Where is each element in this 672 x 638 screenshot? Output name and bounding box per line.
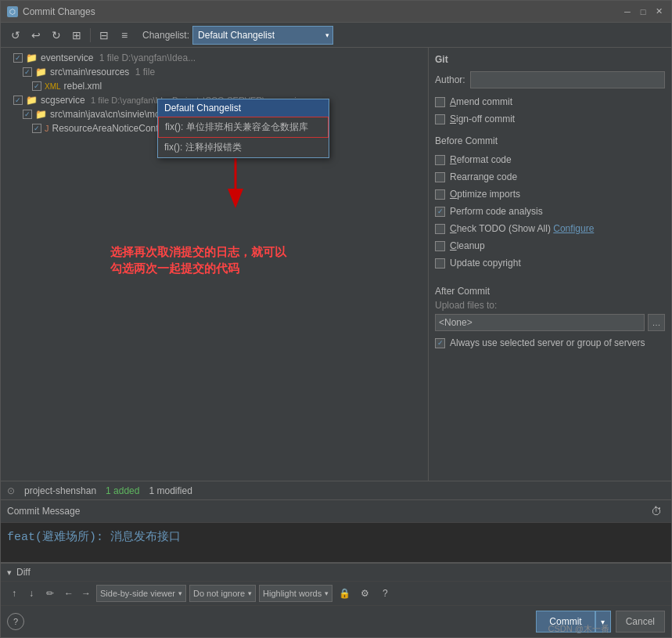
upload-options-button[interactable]: … (648, 314, 665, 331)
changelist-dropdown[interactable]: Default Changelist ▾ (192, 26, 333, 45)
diff-prev-button[interactable]: ← (62, 586, 76, 600)
dropdown-item-fix2[interactable]: fix(): 注释掉报错类 (158, 138, 329, 157)
commit-message-header: Commit Message ⏱ (1, 500, 671, 523)
author-input[interactable] (470, 71, 665, 88)
checkbox-controller-java[interactable]: ✓ (32, 124, 41, 133)
checkbox-controller[interactable]: ✓ (23, 110, 32, 119)
cleanup-checkbox[interactable] (435, 241, 445, 251)
highlight-label: Highlight words (263, 589, 322, 598)
bottom-area: ⊙ project-shenshan 1 added 1 modified Co… (1, 481, 671, 637)
diff-help-button[interactable]: ? (376, 585, 393, 602)
folder-icon-resources: 📁 (35, 67, 47, 77)
cleanup-row: Cleanup (435, 239, 665, 253)
checkbox-eventservice[interactable]: ✓ (13, 53, 23, 63)
redo-button[interactable]: ↻ (48, 27, 65, 44)
changelist-dropdown-menu: Default Changelist fix(): 单位排班相关兼容金仓数据库 … (157, 99, 329, 158)
app-icon: ⬡ (7, 6, 18, 17)
cancel-button[interactable]: Cancel (616, 611, 665, 633)
tree-label-eventservice: eventservice 1 file D:\yangfan\Idea... (41, 52, 196, 63)
copyright-row: Update copyright (435, 256, 665, 270)
checkbox-rebel-xml[interactable]: ✓ (32, 81, 41, 91)
diff-next-button[interactable]: → (79, 586, 93, 600)
diff-settings-button[interactable]: ⚙ (356, 585, 373, 602)
ignore-label: Do not ignore (193, 589, 245, 598)
commit-message-history-button[interactable]: ⏱ (648, 503, 665, 520)
rearrange-row: Rearrange code (435, 170, 665, 184)
optimize-row: Optimize imports (435, 187, 665, 201)
checktodo-checkbox[interactable] (435, 224, 445, 234)
diff-edit-button[interactable]: ✏ (41, 585, 59, 602)
commit-button[interactable]: Commit (536, 611, 595, 633)
status-bar: ⊙ project-shenshan 1 added 1 modified (1, 481, 671, 500)
highlight-dropdown[interactable]: Highlight words ▾ (259, 585, 332, 602)
analyze-checkbox[interactable]: ✓ (435, 207, 445, 217)
close-button[interactable]: ✕ (652, 5, 665, 18)
title-bar-left: ⬡ Commit Changes (7, 6, 95, 17)
refresh-button[interactable]: ↺ (7, 27, 24, 44)
author-label: Author: (435, 74, 465, 85)
folder-icon-controller: 📁 (35, 109, 47, 120)
commit-message-area[interactable]: feat(避难场所): 消息发布接口 (1, 523, 671, 562)
diff-collapse-icon[interactable]: ▾ (7, 568, 12, 578)
amend-commit-label: Amend commit (450, 96, 512, 107)
amend-commit-row: Amend commit (435, 95, 665, 109)
amend-commit-checkbox[interactable] (435, 97, 445, 107)
upload-select[interactable]: <None> (435, 314, 645, 331)
upload-label: Upload files to: (435, 300, 665, 311)
reformat-checkbox[interactable] (435, 155, 445, 165)
commit-button-group: Commit ▾ (536, 611, 610, 633)
commit-dropdown-button[interactable]: ▾ (595, 611, 611, 633)
minimize-button[interactable]: ─ (621, 5, 634, 18)
ignore-dropdown[interactable]: Do not ignore ▾ (189, 585, 256, 602)
checktodo-label: Check TODO (Show All) Configure (450, 223, 594, 234)
diff-section: ▾ Diff ↑ ↓ ✏ ← → Side-by-side viewer ▾ D… (1, 563, 671, 606)
author-row: Author: (435, 71, 665, 88)
optimize-label: Optimize imports (450, 189, 520, 200)
annotation-line1: 选择再次取消提交的日志，就可以 (110, 243, 286, 260)
copyright-checkbox[interactable] (435, 258, 445, 269)
commit-message-text: feat(避难场所): 消息发布接口 (7, 531, 181, 544)
optimize-checkbox[interactable] (435, 189, 445, 200)
signoff-commit-checkbox[interactable] (435, 114, 445, 124)
checkbox-resources[interactable]: ✓ (23, 67, 32, 77)
reformat-row: Reformat code (435, 153, 665, 167)
always-use-checkbox[interactable]: ✓ (435, 338, 445, 348)
main-content: ✓ 📁 eventservice 1 file D:\yangfan\Idea.… (1, 48, 671, 481)
checkbox-scgservice[interactable]: ✓ (13, 96, 23, 105)
dropdown-item-fix1[interactable]: fix(): 单位排班相关兼容金仓数据库 (158, 117, 329, 138)
viewer-dropdown[interactable]: Side-by-side viewer ▾ (96, 585, 186, 602)
copyright-label: Update copyright (450, 258, 521, 269)
folder-icon-eventservice: 📁 (26, 52, 38, 63)
java-icon: J (45, 124, 49, 133)
file-tree: ✓ 📁 eventservice 1 file D:\yangfan\Idea.… (1, 48, 428, 481)
diff-down-button[interactable]: ↓ (24, 586, 38, 600)
diff-lock-button[interactable]: 🔒 (336, 585, 353, 602)
diff-up-button[interactable]: ↑ (7, 586, 21, 600)
checktodo-row: Check TODO (Show All) Configure (435, 222, 665, 236)
tree-item-eventservice[interactable]: ✓ 📁 eventservice 1 file D:\yangfan\Idea.… (1, 51, 428, 65)
rearrange-checkbox[interactable] (435, 172, 445, 182)
expand-button[interactable]: ⊟ (95, 27, 113, 44)
main-window: ⬡ Commit Changes ─ □ ✕ ↺ ↩ ↻ ⊞ ⊟ ≡ Chang… (0, 0, 672, 638)
undo-button[interactable]: ↩ (27, 27, 45, 44)
left-panel: ✓ 📁 eventservice 1 file D:\yangfan\Idea.… (1, 48, 429, 481)
diff-label: Diff (16, 567, 31, 578)
title-bar-controls: ─ □ ✕ (621, 5, 665, 18)
commit-message-section: Commit Message ⏱ feat(避难场所): 消息发布接口 (1, 500, 671, 563)
bottom-buttons: ? Commit ▾ Cancel (1, 606, 671, 637)
tree-label-rebel-xml: rebel.xml (64, 81, 102, 92)
maximize-button[interactable]: □ (637, 5, 649, 18)
changelist-label: Changelist: (142, 30, 189, 41)
analyze-label: Perform code analysis (450, 206, 543, 217)
tree-item-rebel-xml[interactable]: ✓ XML rebel.xml (1, 79, 428, 93)
tree-item-resources[interactable]: ✓ 📁 src\main\resources 1 file (1, 65, 428, 79)
right-panel: Git Author: Amend commit Sign-off commit… (429, 48, 671, 481)
configure-link[interactable]: Configure (553, 223, 594, 234)
dropdown-arrow-icon: ▾ (325, 31, 329, 39)
commit-message-label: Commit Message (7, 506, 80, 517)
window-title: Commit Changes (23, 6, 95, 17)
collapse-button[interactable]: ≡ (116, 27, 133, 44)
help-button[interactable]: ? (7, 613, 24, 630)
dropdown-item-default[interactable]: Default Changelist (158, 99, 329, 117)
group-button[interactable]: ⊞ (68, 27, 85, 44)
